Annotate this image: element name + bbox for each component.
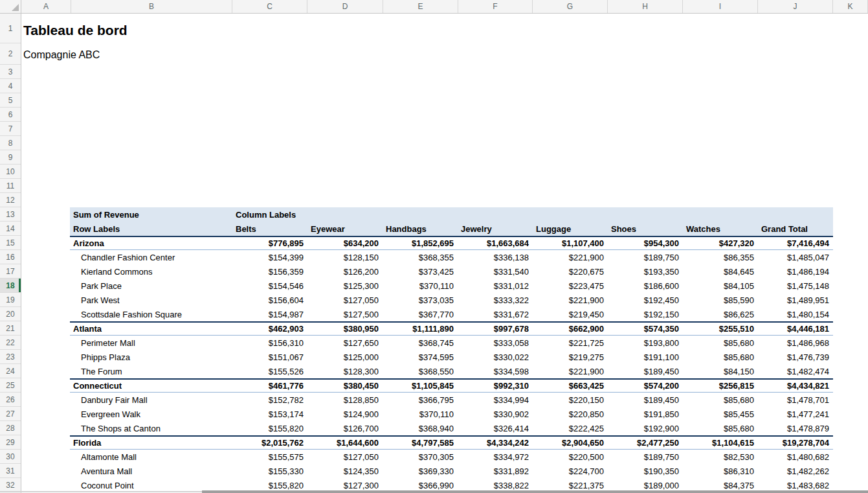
pivot-header-empty-cell[interactable] <box>683 207 758 222</box>
pivot-row-label[interactable]: Perimeter Mall <box>70 336 232 350</box>
pivot-value-cell[interactable]: $634,200 <box>307 237 383 249</box>
pivot-value-cell[interactable]: $663,425 <box>533 380 608 392</box>
select-all-corner[interactable] <box>0 0 21 14</box>
pivot-value-cell[interactable]: $1,111,890 <box>383 323 458 335</box>
pivot-value-cell[interactable]: $1,476,739 <box>758 350 833 364</box>
pivot-value-cell[interactable]: $4,434,821 <box>758 380 833 392</box>
company-name-cell[interactable]: Compagnie ABC <box>23 49 100 61</box>
pivot-value-cell[interactable]: $86,625 <box>683 307 758 321</box>
pivot-value-cell[interactable]: $156,604 <box>232 293 307 307</box>
row-header-28[interactable]: 28 <box>0 421 21 435</box>
pivot-value-cell[interactable]: $221,900 <box>533 293 608 307</box>
pivot-value-cell[interactable]: $1,480,682 <box>758 450 833 464</box>
pivot-value-cell[interactable]: $1,852,695 <box>383 237 458 249</box>
pivot-value-cell[interactable]: $154,987 <box>232 307 307 321</box>
pivot-value-cell[interactable]: $331,892 <box>458 464 533 478</box>
pivot-value-cell[interactable]: $155,820 <box>232 421 307 435</box>
row-header-8[interactable]: 8 <box>0 136 21 150</box>
pivot-row-label[interactable]: The Shops at Canton <box>70 421 232 435</box>
pivot-row-label[interactable]: Park West <box>70 293 232 307</box>
pivot-value-cell[interactable]: $220,150 <box>533 393 608 407</box>
pivot-row-labels-caption[interactable]: Row Labels <box>70 222 232 236</box>
pivot-value-cell[interactable]: $222,425 <box>533 421 608 435</box>
pivot-row-label[interactable]: Aventura Mall <box>70 464 232 478</box>
column-header-B[interactable]: B <box>71 0 232 13</box>
row-header-27[interactable]: 27 <box>0 407 21 421</box>
pivot-value-cell[interactable]: $193,800 <box>608 336 683 350</box>
pivot-row-label[interactable]: Arizona <box>70 237 232 249</box>
pivot-value-cell[interactable]: $334,994 <box>458 393 533 407</box>
row-header-29[interactable]: 29 <box>0 435 21 450</box>
pivot-value-cell[interactable]: $220,500 <box>533 450 608 464</box>
pivot-value-cell[interactable]: $333,322 <box>458 293 533 307</box>
pivot-value-cell[interactable]: $368,550 <box>383 364 458 378</box>
pivot-value-cell[interactable]: $1,482,262 <box>758 464 833 478</box>
pivot-value-cell[interactable]: $191,850 <box>608 407 683 421</box>
pivot-value-cell[interactable]: $84,150 <box>683 364 758 378</box>
column-header-C[interactable]: C <box>232 0 307 13</box>
row-header-13[interactable]: 13 <box>0 207 21 222</box>
pivot-column-header[interactable]: Shoes <box>608 222 683 236</box>
pivot-value-cell[interactable]: $380,450 <box>307 380 383 392</box>
pivot-column-labels-caption[interactable]: Column Labels <box>232 207 307 222</box>
pivot-value-cell[interactable]: $125,000 <box>307 350 383 364</box>
pivot-value-cell[interactable]: $223,475 <box>533 279 608 293</box>
pivot-value-cell[interactable]: $156,359 <box>232 264 307 279</box>
pivot-value-cell[interactable]: $219,450 <box>533 307 608 321</box>
pivot-value-cell[interactable]: $370,305 <box>383 450 458 464</box>
pivot-value-cell[interactable]: $127,500 <box>307 307 383 321</box>
row-header-16[interactable]: 16 <box>0 250 21 264</box>
pivot-value-cell[interactable]: $86,310 <box>683 464 758 478</box>
pivot-header-empty-cell[interactable] <box>533 207 608 222</box>
pivot-row-label[interactable]: Park Place <box>70 279 232 293</box>
pivot-value-cell[interactable]: $380,950 <box>307 323 383 335</box>
pivot-value-cell[interactable]: $368,745 <box>383 336 458 350</box>
pivot-value-cell[interactable]: $186,600 <box>608 279 683 293</box>
pivot-value-cell[interactable]: $333,058 <box>458 336 533 350</box>
pivot-value-cell[interactable]: $85,680 <box>683 336 758 350</box>
pivot-value-cell[interactable]: $192,900 <box>608 421 683 435</box>
column-header-H[interactable]: H <box>608 0 683 13</box>
pivot-header-empty-cell[interactable] <box>383 207 458 222</box>
pivot-value-cell[interactable]: $1,477,241 <box>758 407 833 421</box>
pivot-value-cell[interactable]: $128,850 <box>307 393 383 407</box>
row-header-30[interactable]: 30 <box>0 450 21 464</box>
pivot-value-cell[interactable]: $156,310 <box>232 336 307 350</box>
pivot-corner-label[interactable]: Sum of Revenue <box>70 207 232 222</box>
pivot-value-cell[interactable]: $331,012 <box>458 279 533 293</box>
pivot-value-cell[interactable]: $368,940 <box>383 421 458 435</box>
pivot-value-cell[interactable]: $1,663,684 <box>458 237 533 249</box>
row-header-5[interactable]: 5 <box>0 93 21 108</box>
pivot-row-label[interactable]: Atlanta <box>70 323 232 335</box>
pivot-value-cell[interactable]: $336,138 <box>458 250 533 264</box>
row-header-6[interactable]: 6 <box>0 108 21 122</box>
pivot-value-cell[interactable]: $4,797,585 <box>383 437 458 449</box>
pivot-row-label[interactable]: Evergreen Walk <box>70 407 232 421</box>
pivot-row-label[interactable]: Florida <box>70 437 232 449</box>
pivot-value-cell[interactable]: $151,067 <box>232 350 307 364</box>
row-header-25[interactable]: 25 <box>0 378 21 393</box>
pivot-value-cell[interactable]: $155,575 <box>232 450 307 464</box>
pivot-value-cell[interactable]: $125,300 <box>307 279 383 293</box>
pivot-value-cell[interactable]: $330,902 <box>458 407 533 421</box>
pivot-value-cell[interactable]: $191,100 <box>608 350 683 364</box>
pivot-value-cell[interactable]: $334,598 <box>458 364 533 378</box>
row-header-11[interactable]: 11 <box>0 179 21 193</box>
pivot-row-label[interactable]: Chandler Fashion Center <box>70 250 232 264</box>
pivot-value-cell[interactable]: $256,815 <box>683 380 758 392</box>
pivot-value-cell[interactable]: $331,672 <box>458 307 533 321</box>
row-header-23[interactable]: 23 <box>0 350 21 364</box>
pivot-value-cell[interactable]: $85,680 <box>683 350 758 364</box>
row-header-22[interactable]: 22 <box>0 336 21 350</box>
row-header-17[interactable]: 17 <box>0 264 21 279</box>
pivot-value-cell[interactable]: $155,526 <box>232 364 307 378</box>
pivot-column-header[interactable]: Grand Total <box>758 222 833 236</box>
pivot-column-header[interactable]: Luggage <box>533 222 608 236</box>
pivot-value-cell[interactable]: $574,350 <box>608 323 683 335</box>
pivot-value-cell[interactable]: $84,105 <box>683 279 758 293</box>
pivot-value-cell[interactable]: $2,904,650 <box>533 437 608 449</box>
pivot-value-cell[interactable]: $427,320 <box>683 237 758 249</box>
pivot-row-label[interactable]: Phipps Plaza <box>70 350 232 364</box>
pivot-value-cell[interactable]: $331,540 <box>458 264 533 279</box>
column-header-K[interactable]: K <box>833 0 868 13</box>
